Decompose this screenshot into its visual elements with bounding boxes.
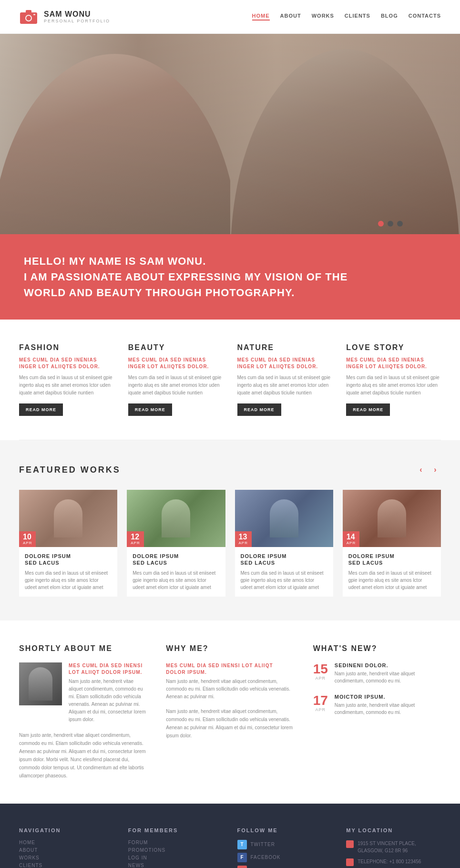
work-info-3: DOLORE IPSUMSED LACUS Mes cum dia sed in… [235,547,333,597]
news-content-1: SEDINENI DOLOR. Nam justo ante, hendreri… [335,662,441,684]
nav-clients[interactable]: CLIENTS [345,13,370,21]
category-lovestory-btn[interactable]: READ MORE [346,403,390,416]
hero-dot-2[interactable] [388,221,393,227]
news-col: WHAT'S NEW? 15 APR SEDINENI DOLOR. Nam j… [313,644,441,780]
facebook-icon: F [237,853,247,862]
category-fashion-btn[interactable]: READ MORE [19,403,63,416]
about-me-desc-title: MES CUML DIA SED INENSI LOT ALIIQT DOLOR… [69,662,147,676]
footer-members-login[interactable]: LOG IN [128,855,223,860]
footer-members-forum[interactable]: FORUM [128,840,223,845]
news-item-title-2: MOICTOR IPSUM. [335,694,441,700]
category-lovestory-subtitle: MES CUML DIA SED INENIAS INGER LOT ALIIQ… [346,357,441,370]
category-nature-btn[interactable]: READ MORE [237,403,281,416]
about-me-body: Nam justo ante, hendrerit vitae aliquet … [19,731,147,780]
category-beauty: BEAUTY MES CUML DIA SED INENIAS INGER LO… [128,343,223,416]
footer-members-news[interactable]: NEWS [128,863,223,868]
social-facebook[interactable]: F FACEBOOK [237,853,332,862]
news-title: WHAT'S NEW? [313,644,441,653]
work-text-2: Mes cum dia sed in lauus ut sit eniiseet… [133,569,219,591]
intro-text: HELLO! MY NAME IS SAM WONU. I AM PASSION… [24,253,436,300]
social-twitter[interactable]: T TWITTER [237,840,332,849]
header: SAM WONU PERSONAL PORTFOLIO HOME ABOUT W… [0,0,460,34]
news-item-text-1: Nam justo ante, hendrerit vitae aliquet … [335,670,441,684]
svg-rect-4 [33,14,35,15]
work-date-4: 14 APR [343,531,359,547]
nav-about[interactable]: ABOUT [280,13,301,21]
work-img-3: 13 APR [235,490,333,547]
footer: NAVIGATION HOME ABOUT WORKS CLIENTS BLOG… [0,804,460,868]
hero-section [0,34,460,234]
address-icon [346,840,354,848]
hero-dot-1[interactable] [378,221,384,227]
category-beauty-title: BEAUTY [128,343,223,352]
facebook-label: FACEBOOK [251,855,281,860]
news-content-2: MOICTOR IPSUM. Nam justo ante, hendrerit… [335,694,441,716]
category-nature: NATURE MES CUML DIA SED INENIAS INGER LO… [237,343,332,416]
category-lovestory: LOVE STORY MES CUML DIA SED INENIAS INGE… [346,343,441,416]
work-img-2: 12 APR [127,490,225,547]
footer-nav-about[interactable]: ABOUT [19,847,114,853]
footer-location-title: MY LOCATION [346,827,441,833]
work-date-3: 13 APR [235,531,252,547]
news-item-text-2: Nam justo ante, hendrerit vitae aliquet … [335,702,441,716]
category-fashion-text: Mes cum dia sed in lauus ut sit eniiseet… [19,374,114,397]
news-date-num-2: 17 [313,694,328,707]
nav-blog[interactable]: BLOG [381,13,398,21]
brand-tagline: PERSONAL PORTFOLIO [44,19,110,24]
about-me-title: SHORTLY ABOUT ME [19,644,147,653]
news-date-block-2: 17 APR [313,694,328,712]
social-rss[interactable]: R RSS [237,866,332,868]
why-me-body: Nam justo ante, hendrerit vitae aliquet … [166,707,294,740]
work-title-1: DOLORE IPSUMSED LACUS [25,553,112,567]
footer-social-title: FOLLOW ME [237,827,332,833]
location-phone: TELEPHONE: +1 800 123456 [346,858,441,866]
work-info-4: DOLORE IPSUMSED LACUS Mes cum dia sed in… [343,547,441,597]
location-address: 1915 ST VINCENT PLACE, GLASGOW, G12 8R 9… [346,840,441,854]
news-item-title-1: SEDINENI DOLOR. [335,662,441,668]
category-beauty-btn[interactable]: READ MORE [128,403,172,416]
nav-contacts[interactable]: CONTACTS [409,13,441,21]
work-title-3: DOLORE IPSUMSED LACUS [241,553,327,567]
intro-banner: HELLO! MY NAME IS SAM WONU. I AM PASSION… [0,234,460,320]
main-nav: HOME ABOUT WORKS CLIENTS BLOG CONTACTS [252,13,441,21]
footer-nav-home[interactable]: HOME [19,840,114,845]
work-card-2: 12 APR DOLORE IPSUMSED LACUS Mes cum dia… [127,490,225,597]
news-item-1: 15 APR SEDINENI DOLOR. Nam justo ante, h… [313,662,441,684]
category-lovestory-title: LOVE STORY [346,343,441,352]
works-next-arrow[interactable]: › [429,464,441,475]
about-me-col: SHORTLY ABOUT ME MES CUML DIA SED INENSI… [19,644,147,780]
svg-point-3 [26,16,31,21]
works-grid: 10 APR DOLORE IPSUMSED LACUS Mes cum dia… [19,490,441,597]
footer-location-col: MY LOCATION 1915 ST VINCENT PLACE, GLASG… [346,827,441,868]
category-fashion-title: FASHION [19,343,114,352]
footer-nav-works[interactable]: WORKS [19,855,114,860]
work-text-3: Mes cum dia sed in lauus ut sit eniiseet… [241,569,327,591]
work-card-3: 13 APR DOLORE IPSUMSED LACUS Mes cum dia… [235,490,333,597]
work-date-1: 10 APR [19,531,36,547]
nav-works[interactable]: WORKS [312,13,334,21]
footer-members-promotions[interactable]: PROMOTIONS [128,847,223,853]
work-text-4: Mes cum dia sed in lauus ut sit eniiseet… [348,569,435,591]
address-text: 1915 ST VINCENT PLACE, GLASGOW, G12 8R 9… [358,840,441,854]
rss-icon: R [237,866,247,868]
camera-icon [19,9,38,25]
work-date-2: 12 APR [127,531,143,547]
news-date-block-1: 15 APR [313,662,328,681]
work-card-4: 14 APR DOLORE IPSUMSED LACUS Mes cum dia… [343,490,441,597]
work-title-2: DOLORE IPSUMSED LACUS [133,553,219,567]
news-date-month-1: APR [313,676,328,681]
footer-nav-clients[interactable]: CLIENTS [19,863,114,868]
footer-nav-col: NAVIGATION HOME ABOUT WORKS CLIENTS BLOG… [19,827,114,868]
why-me-desc-title: MES CUML DIA SED INENSI LOT ALIIQT DOLOR… [166,662,294,676]
work-img-4: 14 APR [343,490,441,547]
footer-members-col: FOR MEMBERS FORUM PROMOTIONS LOG IN NEWS [128,827,223,868]
about-section: SHORTLY ABOUT ME MES CUML DIA SED INENSI… [0,620,460,804]
news-item-2: 17 APR MOICTOR IPSUM. Nam justo ante, he… [313,694,441,716]
category-beauty-subtitle: MES CUML DIA SED INENIAS INGER LOT ALIIQ… [128,357,223,370]
footer-nav-title: NAVIGATION [19,827,114,833]
works-prev-arrow[interactable]: ‹ [415,464,427,475]
nav-home[interactable]: HOME [252,13,270,21]
logo[interactable]: SAM WONU PERSONAL PORTFOLIO [19,9,110,25]
hero-dot-3[interactable] [397,221,403,227]
featured-works-section: FEATURED WORKS ‹ › 10 APR DOLORE IPSUMSE… [0,440,460,620]
